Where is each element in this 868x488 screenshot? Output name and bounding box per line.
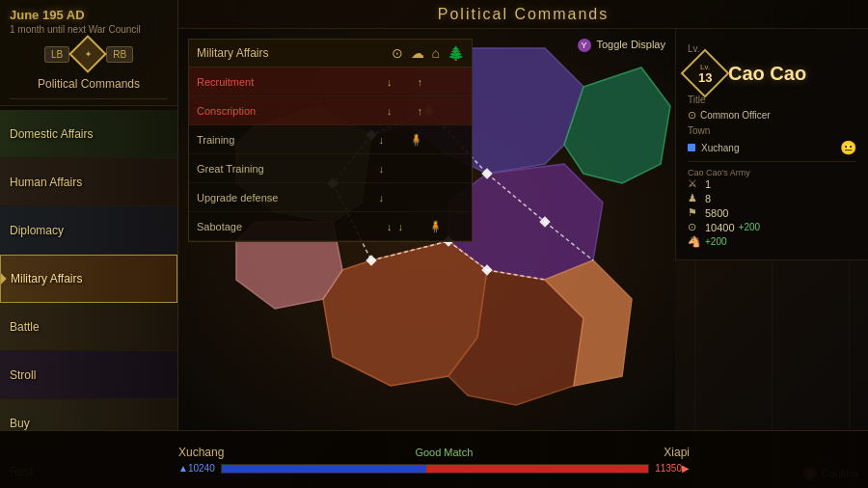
title-icon: ⊙ [688,109,696,122]
sidebar-header: June 195 AD 1 month until next War Counc… [0,0,177,106]
progress-bar-red [426,465,648,473]
menu-item-label-stroll: Stroll [0,368,36,382]
location-right-name: Xiapi [664,446,690,459]
menu-item-label-human: Human Affairs [0,176,82,189]
stat5-icon: 🐴 [688,235,701,248]
location-bar: Xuchang Good Match Xiapi [178,446,690,459]
menu-item-label-buy: Buy [0,417,30,430]
cmd-row-sabotage[interactable]: Sabotage ↓ ↓ 🧍 [189,212,472,241]
command-panel: Military Affairs ⊙ ☁ ⌂ 🌲 Recruitment ↓ ↑… [188,39,473,242]
nav-buttons: LB ✦ RB [10,41,168,68]
army-stat-5: 🐴 +200 [688,235,856,248]
menu-item-label-military: Military Affairs [1,272,82,285]
stat3-icon: ⚑ [688,206,701,219]
cmd-icon-person-1: 🧍 [406,133,425,147]
cmd-arrow-down-3: ↓ [379,134,385,146]
cmd-icon-building: ⌂ [432,45,440,61]
stat5-value: +200 [705,236,727,247]
menu-item-label-domestic: Domestic Affairs [0,127,93,141]
cmd-name-great-training: Great Training [197,163,376,175]
army-stat-4: ⊙ 10400 +200 [688,221,856,233]
sidebar-item-human[interactable]: Human Affairs [0,158,177,206]
progress-value-right: 11350▶ [655,463,690,474]
ruler-label: Lv. [688,43,700,54]
bottom-content: Xuchang Good Match Xiapi ▲10240 11350▶ [178,446,690,474]
level-diamond-inner: Lv. 13 [698,63,712,84]
ruler-name: Cao Cao [728,63,806,84]
sidebar-title: Political Commands [10,73,168,99]
menu-item-label-battle: Battle [0,320,40,334]
cmd-icon-cloud: ☁ [411,45,424,61]
top-header: Political Commands [178,0,868,29]
cmd-icon-tree: 🌲 [448,45,464,61]
cmd-name-recruitment: Recruitment [197,76,384,88]
cmd-name-training: Training [197,134,376,146]
stat4-icon: ⊙ [688,221,701,233]
y-button-icon: Y [578,39,591,52]
stat1-icon: ⚔ [688,177,701,190]
ruler-level: Lv. 13 Cao Cao [688,56,856,91]
level-diamond: Lv. 13 [681,49,730,98]
army-label: Cao Cao's Army [688,168,856,177]
toggle-display[interactable]: Y Toggle Display [578,39,665,52]
date-text: June 195 AD [10,8,168,22]
menu-item-label-diplomacy: Diplomacy [0,224,64,237]
nav-diamond[interactable]: ✦ [68,35,107,73]
stat1-value: 1 [705,178,711,190]
ruler-title-value: Common Officer [700,110,771,121]
cmd-row-upgrade-defense[interactable]: Upgrade defense ↓ [189,183,472,212]
progress-section: ▲10240 11350▶ [178,463,690,474]
good-match-label: Good Match [224,447,664,458]
cmd-arrow-up-2: ↑ [418,105,423,117]
cmd-icon-circle: ⊙ [392,45,403,61]
army-stat-1: ⚔ 1 [688,177,856,190]
ruler-town-value-row: Xuchang 😐 [688,140,856,155]
army-stat-2: ♟ 8 [688,192,856,204]
ruler-title-value-row: ⊙ Common Officer [688,109,856,122]
cmd-arrow-down-2: ↓ [387,105,393,117]
mood-icon: 😐 [840,140,856,155]
army-stats: Cao Cao's Army ⚔ 1 ♟ 8 ⚑ 5800 ⊙ 10400 +2… [688,161,856,248]
stat3-value: 5800 [705,207,728,219]
ruler-panel: Lv. Lv. 13 Cao Cao Title ⊙ Common Office… [675,29,868,260]
sidebar: June 195 AD 1 month until next War Counc… [0,0,178,488]
sidebar-item-military[interactable]: Military Affairs [0,255,177,303]
cmd-name-sabotage: Sabotage [197,221,384,232]
cmd-icon-person-2: 🧍 [425,220,445,233]
page-title: Political Commands [438,6,609,23]
cmd-name-upgrade-defense: Upgrade defense [197,192,376,203]
war-council-text: 1 month until next War Council [10,24,168,35]
toggle-display-label: Toggle Display [596,39,665,50]
cmd-arrow-up-1: ↑ [418,76,423,88]
ruler-title-row: Title [688,95,856,105]
ruler-town-row: Town [688,125,856,136]
sidebar-item-domestic[interactable]: Domestic Affairs [0,110,177,158]
ruler-town-value: Xuchang [701,143,739,153]
stat2-value: 8 [705,193,711,204]
sidebar-item-diplomacy[interactable]: Diplomacy [0,206,177,255]
sidebar-item-battle[interactable]: Battle [0,303,177,351]
nav-diamond-inner: ✦ [85,50,92,59]
sidebar-item-stroll[interactable]: Stroll [0,351,177,399]
cmd-arrow-down-1: ↓ [387,76,393,88]
command-panel-header: Military Affairs ⊙ ☁ ⌂ 🌲 [189,40,472,68]
stat4-delta: +200 [739,222,761,232]
cmd-arrow-down-5: ↓ [379,192,385,203]
cmd-row-recruitment[interactable]: Recruitment ↓ ↑ [189,68,472,96]
town-dot-icon [688,144,695,151]
cmd-arrow-down-4: ↓ [379,163,385,175]
cmd-name-conscription: Conscription [197,105,384,117]
rb-button[interactable]: RB [106,46,133,63]
stat2-icon: ♟ [688,192,701,204]
cmd-arrow-down-6: ↓ [387,221,393,232]
bottom-bar: Xuchang Good Match Xiapi ▲10240 11350▶ [0,430,868,488]
cmd-row-great-training[interactable]: Great Training ↓ [189,154,472,183]
progress-value-left: ▲10240 [178,463,215,474]
lb-button[interactable]: LB [44,46,69,63]
cmd-row-training[interactable]: Training ↓ 🧍 [189,125,472,154]
location-left-name: Xuchang [178,446,224,459]
progress-bar [221,464,649,474]
progress-bar-blue [222,465,426,473]
command-panel-title: Military Affairs [197,46,384,60]
cmd-row-conscription[interactable]: Conscription ↓ ↑ [189,96,472,125]
